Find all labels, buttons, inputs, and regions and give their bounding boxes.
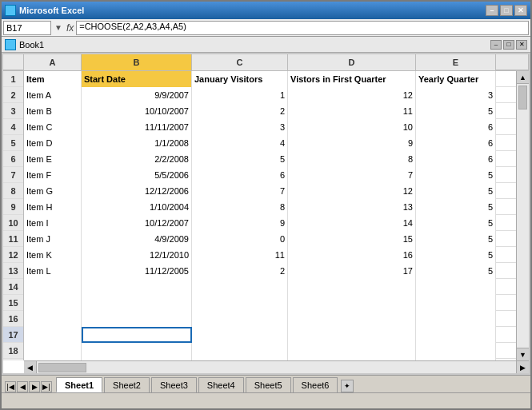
cell-c10[interactable]: 9 [192,215,288,231]
tab-prev-button[interactable]: ◀ [17,381,28,392]
cell-e12[interactable]: 5 [416,247,496,263]
cell-e1[interactable]: Yearly Quarter [416,71,496,87]
cell-e11[interactable]: 5 [416,231,496,247]
scroll-up-button[interactable]: ▲ [517,71,529,84]
col-header-d[interactable]: D [288,54,416,70]
row-header-14[interactable]: 14 [3,279,23,295]
sheet-tab-2[interactable]: Sheet2 [104,377,150,392]
cell-b9[interactable]: 1/10/2004 [82,199,192,215]
cell-d15[interactable] [288,295,416,311]
cell-a5[interactable]: Item D [24,135,82,151]
cell-a1[interactable]: Item [24,71,82,87]
row-header-4[interactable]: 4 [3,119,23,135]
cell-d1[interactable]: Vistors in First Quarter [288,71,416,87]
cell-c14[interactable] [192,279,288,295]
cell-d6[interactable]: 8 [288,151,416,167]
sheet-tab-6[interactable]: Sheet6 [293,377,338,392]
tab-first-button[interactable]: |◀ [5,381,16,392]
workbook-close[interactable]: ✕ [516,40,527,50]
cell-a9[interactable]: Item H [24,199,82,215]
row-header-8[interactable]: 8 [3,183,23,199]
col-header-e[interactable]: E [416,54,496,70]
vertical-scrollbar[interactable]: ▲ ▼ [516,71,529,360]
row-header-3[interactable]: 3 [3,103,23,119]
sheet-tab-1[interactable]: Sheet1 [56,377,102,392]
scroll-left-button[interactable]: ◀ [24,361,37,373]
cell-e18[interactable] [416,343,496,359]
cell-d18[interactable] [288,343,416,359]
cell-b13[interactable]: 11/12/2005 [82,263,192,279]
cell-b10[interactable]: 10/12/2007 [82,215,192,231]
h-scroll-track[interactable] [37,361,516,373]
cell-d3[interactable]: 11 [288,103,416,119]
cell-b14[interactable] [82,279,192,295]
cell-e5[interactable]: 6 [416,135,496,151]
cell-d12[interactable]: 16 [288,247,416,263]
close-button[interactable]: ✕ [514,5,527,16]
cell-a13[interactable]: Item L [24,263,82,279]
cell-c8[interactable]: 7 [192,183,288,199]
cell-b15[interactable] [82,295,192,311]
cell-e16[interactable] [416,311,496,327]
row-header-12[interactable]: 12 [3,247,23,263]
cell-c5[interactable]: 4 [192,135,288,151]
cell-a8[interactable]: Item G [24,183,82,199]
tab-last-button[interactable]: ▶| [41,381,52,392]
sheet-tab-4[interactable]: Sheet4 [198,377,244,392]
cell-e7[interactable]: 5 [416,167,496,183]
cell-d10[interactable]: 14 [288,215,416,231]
row-header-5[interactable]: 5 [3,135,23,151]
tab-add-button[interactable]: ✦ [341,380,354,392]
cell-b5[interactable]: 1/1/2008 [82,135,192,151]
cell-c13[interactable]: 2 [192,263,288,279]
cell-b16[interactable] [82,311,192,327]
cell-c17[interactable] [192,327,288,343]
cell-b8[interactable]: 12/12/2006 [82,183,192,199]
row-header-15[interactable]: 15 [3,295,23,311]
row-header-10[interactable]: 10 [3,215,23,231]
row-header-1[interactable]: 1 [3,71,23,87]
cell-b6[interactable]: 2/2/2008 [82,151,192,167]
row-header-18[interactable]: 18 [3,343,23,359]
col-header-a[interactable]: A [24,54,82,70]
cell-c11[interactable]: 0 [192,231,288,247]
cell-c16[interactable] [192,311,288,327]
cell-d7[interactable]: 7 [288,167,416,183]
cell-c7[interactable]: 6 [192,167,288,183]
cell-d8[interactable]: 12 [288,183,416,199]
cell-e3[interactable]: 5 [416,103,496,119]
cell-d14[interactable] [288,279,416,295]
cell-e6[interactable]: 6 [416,151,496,167]
cell-e8[interactable]: 5 [416,183,496,199]
row-header-9[interactable]: 9 [3,199,23,215]
row-header-7[interactable]: 7 [3,167,23,183]
cell-d17[interactable] [288,327,416,343]
cell-a18[interactable] [24,343,82,359]
cell-d2[interactable]: 12 [288,87,416,103]
cell-b11[interactable]: 4/9/2009 [82,231,192,247]
scroll-thumb[interactable] [518,86,527,109]
cell-c6[interactable]: 5 [192,151,288,167]
cell-a12[interactable]: Item K [24,247,82,263]
cell-b12[interactable]: 12/1/2010 [82,247,192,263]
cell-d5[interactable]: 9 [288,135,416,151]
cell-b17[interactable] [82,327,192,343]
cell-d16[interactable] [288,311,416,327]
cell-c12[interactable]: 11 [192,247,288,263]
cell-d11[interactable]: 15 [288,231,416,247]
cell-b4[interactable]: 11/11/2007 [82,119,192,135]
cell-b3[interactable]: 10/10/2007 [82,103,192,119]
cell-e13[interactable]: 5 [416,263,496,279]
cell-c18[interactable] [192,343,288,359]
cell-c1[interactable]: January Visitors [192,71,288,87]
cell-a3[interactable]: Item B [24,103,82,119]
workbook-minimize[interactable]: – [490,40,502,50]
formula-input[interactable]: =CHOOSE(2,A2,A3,A4,A5) [76,21,529,35]
tab-next-button[interactable]: ▶ [29,381,40,392]
cell-a15[interactable] [24,295,82,311]
cell-b18[interactable] [82,343,192,359]
cell-d9[interactable]: 13 [288,199,416,215]
cell-e2[interactable]: 3 [416,87,496,103]
cell-e4[interactable]: 6 [416,119,496,135]
cell-a14[interactable] [24,279,82,295]
